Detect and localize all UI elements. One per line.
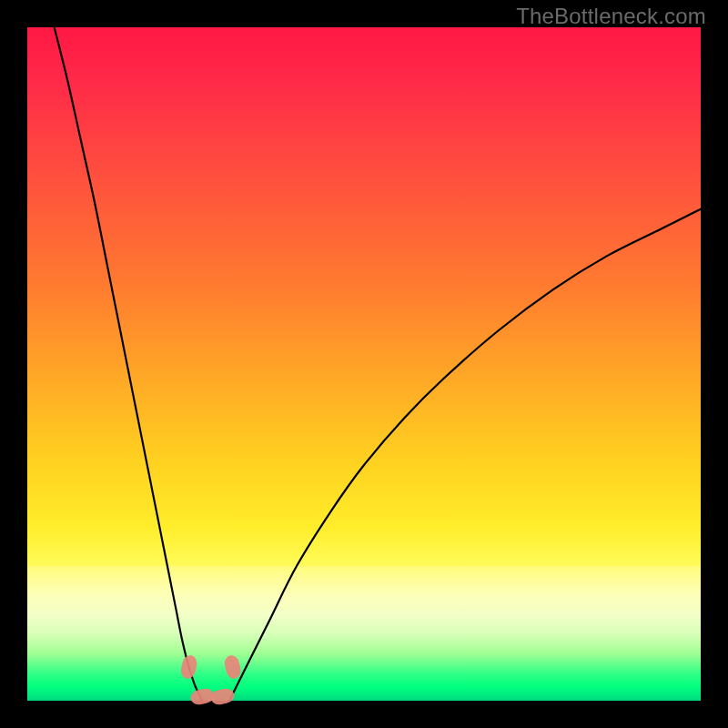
svg-rect-0 (179, 654, 198, 681)
markers-layer (179, 654, 242, 706)
watermark-text: TheBottleneck.com (516, 4, 706, 29)
right-dip-marker (223, 654, 242, 681)
plot-area (27, 27, 701, 701)
bottom-marker-2 (209, 687, 236, 706)
svg-rect-2 (209, 687, 236, 706)
left-dip-marker (179, 654, 198, 681)
curve-layer (27, 27, 701, 701)
right-branch-curve (229, 209, 701, 701)
chart-frame: TheBottleneck.com (0, 0, 728, 728)
svg-rect-3 (223, 654, 242, 681)
left-branch-curve (55, 27, 203, 701)
